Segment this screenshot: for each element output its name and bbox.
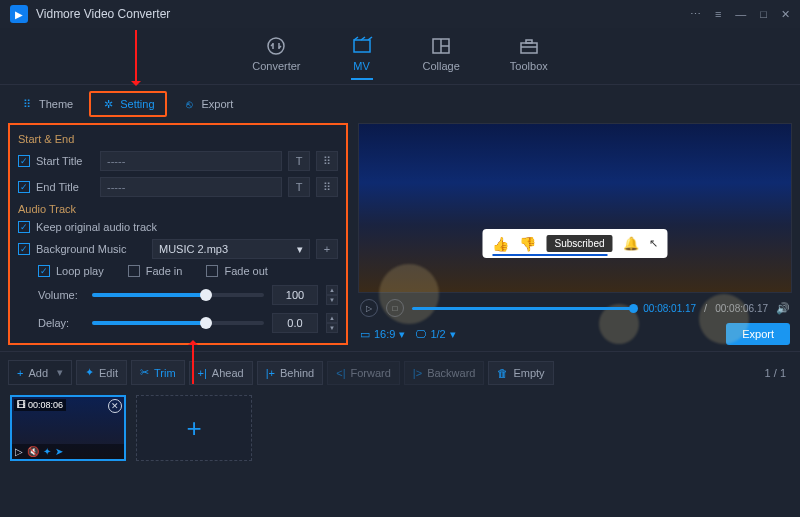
end-title-label: End Title — [36, 181, 94, 193]
clip-remove-button[interactable]: ✕ — [108, 399, 122, 413]
delay-value[interactable]: 0.0 — [272, 313, 318, 333]
bgm-checkbox[interactable]: ✓ — [18, 243, 30, 255]
nav-converter[interactable]: Converter — [252, 36, 300, 80]
clip-thumbnail[interactable]: 🎞00:08:06 ✕ ▷ 🔇 ✦ ➤ — [10, 395, 126, 461]
keep-audio-checkbox[interactable]: ✓ — [18, 221, 30, 233]
clip-play-icon[interactable]: ▷ — [15, 446, 23, 457]
thumb-down-icon: 👎 — [519, 236, 536, 252]
subscribe-overlay: 👍 👎 Subscribed 🔔 ↖ — [482, 229, 667, 258]
start-title-edit-button[interactable]: ⠿ — [316, 151, 338, 171]
backward-button[interactable]: |>Backward — [404, 361, 485, 385]
nav-converter-label: Converter — [252, 60, 300, 72]
delay-label: Delay: — [38, 317, 84, 329]
tab-theme-label: Theme — [39, 98, 73, 110]
bell-icon: 🔔 — [623, 236, 639, 251]
clip-actions: ▷ 🔇 ✦ ➤ — [12, 444, 124, 459]
bgm-select-value: MUSIC 2.mp3 — [159, 243, 228, 255]
nav-mv[interactable]: MV — [351, 36, 373, 80]
time-current: 00:08:01.17 — [643, 303, 696, 314]
aspect-value: 16:9 — [374, 328, 395, 340]
volume-label: Volume: — [38, 289, 84, 301]
app-logo-icon: ▶ — [10, 5, 28, 23]
fadein-checkbox[interactable]: ✓ — [128, 265, 140, 277]
svg-rect-6 — [526, 40, 532, 43]
menu-icon[interactable]: ≡ — [715, 8, 721, 21]
fadein-label: Fade in — [146, 265, 183, 277]
nav-toolbox[interactable]: Toolbox — [510, 36, 548, 80]
volume-slider[interactable] — [92, 293, 264, 297]
minimize-icon[interactable]: — — [735, 8, 746, 21]
feedback-icon[interactable]: ⋯ — [690, 8, 701, 21]
timeline-thumbs: 🎞00:08:06 ✕ ▷ 🔇 ✦ ➤ + — [0, 391, 800, 469]
start-title-font-button[interactable]: T — [288, 151, 310, 171]
forward-button[interactable]: <|Forward — [327, 361, 400, 385]
wand-icon: ✦ — [85, 366, 94, 379]
fadeout-checkbox[interactable]: ✓ — [206, 265, 218, 277]
tab-setting[interactable]: ✲ Setting — [89, 91, 166, 117]
aspect-icon: ▭ — [360, 328, 370, 341]
mv-icon — [351, 36, 373, 56]
bgm-add-button[interactable]: + — [316, 239, 338, 259]
nav-collage-label: Collage — [423, 60, 460, 72]
add-clip-button[interactable]: + — [136, 395, 252, 461]
loop-label: Loop play — [56, 265, 104, 277]
video-preview[interactable]: 👍 👎 Subscribed 🔔 ↖ — [358, 123, 792, 293]
delay-slider[interactable] — [92, 321, 264, 325]
zoom-select[interactable]: 🖵 1/2 ▾ — [415, 328, 455, 341]
nav-mv-label: MV — [353, 60, 370, 72]
thumb-up-icon: 👍 — [492, 236, 509, 252]
bgm-label: Background Music — [36, 243, 146, 255]
tab-theme[interactable]: ⠿ Theme — [10, 93, 83, 115]
bgm-select[interactable]: MUSIC 2.mp3 ▾ — [152, 239, 310, 259]
edit-button[interactable]: ✦Edit — [76, 360, 127, 385]
fadeout-label: Fade out — [224, 265, 267, 277]
clip-effects-icon[interactable]: ✦ — [43, 446, 51, 457]
play-button[interactable]: ▷ — [360, 299, 378, 317]
subscribed-badge: Subscribed — [546, 235, 612, 252]
start-title-checkbox[interactable]: ✓ — [18, 155, 30, 167]
forward-icon: <| — [336, 367, 345, 379]
timeline-slider[interactable] — [412, 307, 635, 310]
title-bar: ▶ Vidmore Video Converter ⋯ ≡ — □ ✕ — [0, 0, 800, 28]
delay-stepper[interactable]: ▲▼ — [326, 313, 338, 333]
volume-stepper[interactable]: ▲▼ — [326, 285, 338, 305]
close-icon[interactable]: ✕ — [781, 8, 790, 21]
annotation-arrow-bottom — [192, 344, 194, 384]
svg-rect-5 — [521, 43, 537, 53]
svg-rect-1 — [354, 40, 370, 52]
toolbox-icon — [518, 36, 540, 56]
nav-collage[interactable]: Collage — [423, 36, 460, 80]
behind-button[interactable]: |+Behind — [257, 361, 324, 385]
aspect-ratio-select[interactable]: ▭ 16:9 ▾ — [360, 328, 405, 341]
app-title: Vidmore Video Converter — [36, 7, 690, 21]
end-title-font-button[interactable]: T — [288, 177, 310, 197]
film-icon: 🎞 — [17, 400, 26, 410]
end-title-input[interactable]: ----- — [100, 177, 282, 197]
behind-icon: |+ — [266, 367, 275, 379]
settings-panel: Start & End ✓ Start Title ----- T ⠿ ✓ En… — [8, 123, 348, 345]
ahead-button[interactable]: +|Ahead — [189, 361, 253, 385]
end-title-edit-button[interactable]: ⠿ — [316, 177, 338, 197]
backward-icon: |> — [413, 367, 422, 379]
maximize-icon[interactable]: □ — [760, 8, 767, 21]
empty-button[interactable]: 🗑Empty — [488, 361, 553, 385]
start-title-input[interactable]: ----- — [100, 151, 282, 171]
add-button[interactable]: +Add▾ — [8, 360, 72, 385]
loop-checkbox[interactable]: ✓ — [38, 265, 50, 277]
clip-share-icon[interactable]: ➤ — [55, 446, 63, 457]
clip-mute-icon[interactable]: 🔇 — [27, 446, 39, 457]
tab-export[interactable]: ⎋ Export — [173, 93, 244, 115]
start-title-label: Start Title — [36, 155, 94, 167]
end-title-checkbox[interactable]: ✓ — [18, 181, 30, 193]
settings-tabs: ⠿ Theme ✲ Setting ⎋ Export — [0, 85, 800, 123]
main-nav: Converter MV Collage Toolbox — [0, 28, 800, 85]
startend-header: Start & End — [18, 133, 338, 145]
volume-value[interactable]: 100 — [272, 285, 318, 305]
trim-button[interactable]: ✂Trim — [131, 360, 185, 385]
tab-setting-label: Setting — [120, 98, 154, 110]
volume-icon[interactable]: 🔊 — [776, 302, 790, 315]
monitor-icon: 🖵 — [415, 328, 426, 340]
export-icon: ⎋ — [183, 97, 197, 111]
trash-icon: 🗑 — [497, 367, 508, 379]
zoom-value: 1/2 — [430, 328, 445, 340]
